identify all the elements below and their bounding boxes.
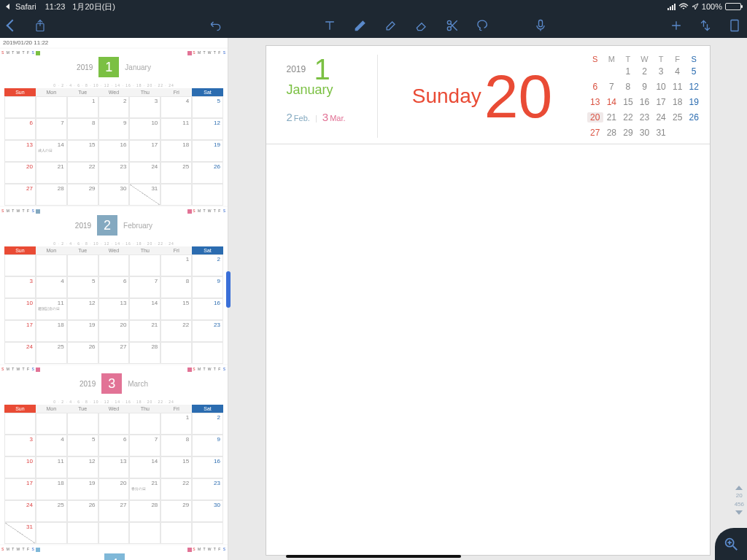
mini-day-cell[interactable]: 26 [686,112,703,122]
day-cell[interactable]: 23 [98,162,130,184]
day-cell[interactable] [98,522,130,544]
day-cell[interactable]: 13 [4,140,36,162]
mini-day-cell[interactable]: 31 [653,128,670,138]
eraser-tool-icon[interactable] [414,18,430,34]
day-cell[interactable] [67,522,98,544]
day-cell[interactable] [98,413,130,435]
day-cell[interactable]: 28 [129,342,160,364]
mini-day-cell[interactable]: 1 [620,66,637,77]
day-cell[interactable]: 20 [98,320,130,342]
day-cell[interactable] [4,254,36,276]
day-cell[interactable]: 2 [98,96,130,118]
mini-day-cell[interactable]: 30 [636,128,653,138]
day-cell[interactable]: 5 [67,276,98,298]
day-cell[interactable]: 7 [129,276,160,298]
mini-day-cell[interactable]: 27 [587,128,604,138]
day-cell[interactable]: 6 [98,276,130,298]
mini-day-cell[interactable]: 15 [620,97,637,107]
day-cell[interactable]: 10 [4,298,36,320]
mini-day-cell[interactable]: 6 [587,82,604,92]
mini-day-cell[interactable]: 25 [669,112,686,122]
day-cell[interactable]: 22 [67,162,98,184]
day-cell[interactable]: 15 [67,140,98,162]
day-cell[interactable]: 25 [36,500,67,522]
pen-tool-icon[interactable] [352,18,368,34]
day-cell[interactable] [36,96,67,118]
day-cell[interactable]: 10 [4,456,36,478]
mini-day-cell[interactable]: 3 [653,66,670,77]
mini-day-cell[interactable]: 9 [636,82,653,92]
day-cell[interactable]: 17 [129,140,160,162]
day-cell[interactable] [36,254,67,276]
day-cell[interactable]: 29 [160,500,192,522]
day-cell[interactable]: 21 [129,320,160,342]
day-cell[interactable] [160,342,192,364]
pane-scroll-indicator[interactable] [226,271,231,308]
day-cell[interactable] [129,254,160,276]
mini-day-cell[interactable]: 24 [653,112,670,122]
mic-button[interactable] [533,18,549,34]
mini-day-cell[interactable]: 11 [669,82,686,92]
day-cell[interactable]: 7 [129,435,160,456]
day-cell[interactable]: 4 [36,435,67,456]
day-cell[interactable]: 31 [4,522,36,544]
day-cell[interactable] [192,342,223,364]
mini-day-cell[interactable]: 28 [603,128,620,138]
day-cell[interactable] [4,413,36,435]
day-cell[interactable]: 29 [67,184,98,206]
day-cell[interactable]: 9 [98,118,130,140]
day-cell[interactable]: 18 [36,320,67,342]
day-cell[interactable]: 7 [36,118,67,140]
day-cell[interactable]: 2 [192,254,223,276]
mini-day-cell[interactable]: 20 [587,112,604,122]
day-cell[interactable]: 12 [67,298,98,320]
day-cell[interactable]: 18 [36,478,67,500]
day-cell[interactable]: 24 [129,162,160,184]
day-cell[interactable]: 9 [192,276,223,298]
day-cell[interactable]: 21 [36,162,67,184]
mini-day-cell[interactable]: 21 [603,112,620,122]
mini-day-cell[interactable]: 18 [669,97,686,107]
day-cell[interactable] [192,522,223,544]
zoom-button[interactable] [715,528,747,560]
day-cell[interactable]: 17 [4,320,36,342]
page-nav[interactable]: 20 456 [735,486,744,516]
mini-day-cell[interactable]: 16 [636,97,653,107]
day-cell[interactable]: 3 [4,276,36,298]
day-cell[interactable]: 3 [4,435,36,456]
back-button[interactable] [4,18,20,34]
settings-button[interactable] [697,18,713,34]
share-button[interactable] [32,18,48,34]
scissors-tool-icon[interactable] [444,18,460,34]
day-cell[interactable]: 30 [98,184,130,206]
day-cell[interactable]: 11 [36,456,67,478]
mini-day-cell[interactable]: 22 [620,112,637,122]
day-cell[interactable]: 31 [129,184,160,206]
month-block-2[interactable]: S M T W T F S S M T W T F S20192February… [0,207,228,364]
day-cell[interactable]: 6 [4,118,36,140]
day-cell[interactable] [98,254,130,276]
day-cell[interactable]: 18 [160,140,192,162]
day-cell[interactable]: 19 [67,320,98,342]
mini-month-calendar[interactable]: SMTWTFS 12345678910111213141516171819202… [587,55,703,138]
day-cell[interactable]: 10 [129,118,160,140]
day-cell[interactable]: 27 [98,500,130,522]
day-cell[interactable]: 22 [160,478,192,500]
month-block-4[interactable]: S M T W T F S S M T W T F S20194April [0,545,228,560]
day-cell[interactable]: 3 [129,96,160,118]
home-indicator[interactable] [286,555,461,558]
day-cell[interactable]: 25 [36,342,67,364]
day-cell[interactable]: 27 [4,184,36,206]
add-button[interactable] [668,18,684,34]
mini-day-cell[interactable] [587,66,604,77]
day-cell[interactable] [160,184,192,206]
day-cell[interactable]: 8 [67,118,98,140]
day-cell[interactable] [36,413,67,435]
day-cell[interactable]: 8 [160,435,192,456]
text-tool-icon[interactable] [322,18,338,34]
day-cell[interactable]: 1 [67,96,98,118]
mini-day-cell[interactable]: 29 [620,128,637,138]
day-cell[interactable]: 1 [160,254,192,276]
month-overview-pane[interactable]: 2019/01/20 11:22 S M T W T F S S M T W T… [0,38,228,560]
day-cell[interactable] [4,96,36,118]
